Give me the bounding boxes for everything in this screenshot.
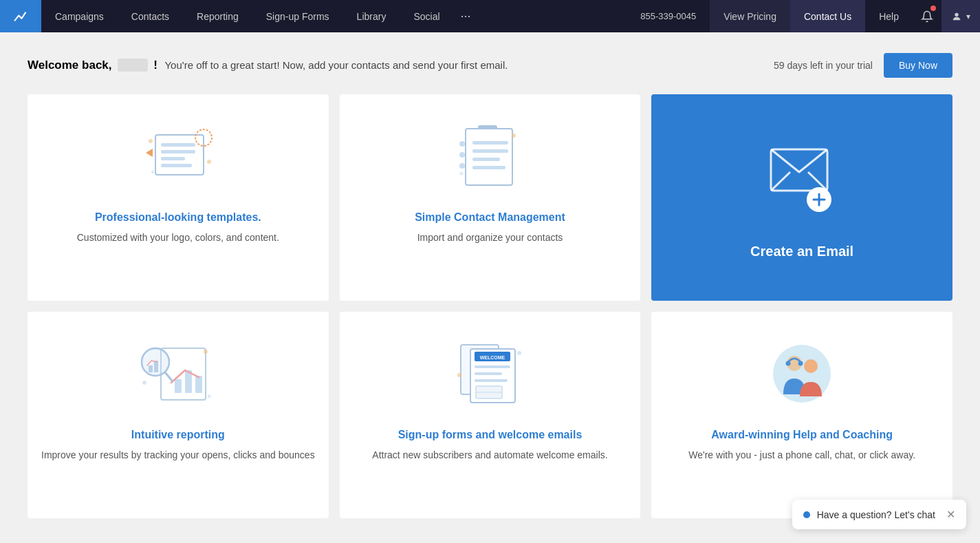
nav-view-pricing[interactable]: View Pricing [710, 0, 790, 32]
templates-card[interactable]: Professional-looking templates. Customiz… [28, 94, 329, 301]
help-card[interactable]: Award-winning Help and Coaching We're wi… [651, 312, 952, 518]
card-grid: Professional-looking templates. Customiz… [28, 94, 952, 518]
svg-rect-44 [475, 372, 502, 375]
contacts-icon [448, 115, 531, 198]
signup-forms-card-desc: Attract new subscribers and automate wel… [372, 448, 607, 462]
nav-signup-forms[interactable]: Sign-up Forms [252, 0, 343, 32]
help-icon [761, 332, 843, 415]
svg-point-54 [798, 361, 803, 366]
reporting-card-title: Intuitive reporting [131, 429, 225, 441]
create-email-icon [761, 136, 843, 219]
svg-point-8 [149, 139, 153, 143]
nav-library[interactable]: Library [343, 0, 400, 32]
svg-rect-43 [475, 365, 510, 368]
welcome-greeting: Welcome back, [28, 58, 112, 72]
reporting-card[interactable]: Intuitive reporting Improve your results… [28, 312, 329, 518]
templates-icon [137, 115, 219, 198]
welcome-exclaim: ! [153, 58, 157, 72]
help-card-desc: We're with you - just a phone call, chat… [688, 448, 915, 462]
svg-point-37 [204, 350, 208, 354]
app-logo[interactable] [0, 0, 41, 32]
chat-status-dot [803, 511, 810, 518]
chat-close-button[interactable]: ✕ [946, 508, 955, 521]
svg-point-52 [804, 359, 818, 373]
svg-point-48 [457, 373, 461, 377]
chat-widget-text: Have a question? Let's chat [817, 509, 935, 520]
contacts-card-desc: Import and organize your contacts [417, 231, 563, 245]
templates-card-desc: Customized with your logo, colors, and c… [77, 231, 279, 245]
svg-point-49 [517, 351, 521, 355]
svg-point-10 [151, 171, 154, 173]
create-email-card[interactable]: Create an Email [651, 94, 952, 301]
contacts-card-title: Simple Contact Management [415, 211, 565, 224]
chat-widget[interactable]: Have a question? Let's chat ✕ [792, 500, 966, 529]
svg-point-20 [512, 134, 516, 138]
contacts-card[interactable]: Simple Contact Management Import and org… [340, 94, 641, 301]
svg-rect-16 [472, 166, 505, 169]
signup-forms-icon: WELCOME [448, 332, 531, 415]
svg-rect-6 [161, 164, 192, 167]
svg-rect-29 [175, 379, 182, 393]
nav-user-menu[interactable]: ▾ [941, 0, 980, 32]
notification-badge [930, 6, 936, 11]
svg-rect-13 [472, 141, 508, 145]
nav-campaigns[interactable]: Campaigns [41, 0, 118, 32]
svg-point-21 [459, 172, 463, 175]
nav-notifications[interactable] [913, 0, 941, 32]
nav-contacts[interactable]: Contacts [118, 0, 183, 32]
svg-rect-5 [161, 157, 185, 160]
svg-rect-45 [475, 379, 508, 382]
svg-rect-12 [466, 129, 512, 185]
main-content: Welcome back, user ! You're off to a gre… [0, 32, 980, 543]
nav-user-arrow: ▾ [966, 12, 970, 21]
svg-rect-31 [195, 376, 202, 393]
nav-phone: 855-339-0045 [627, 11, 710, 21]
svg-rect-34 [149, 365, 153, 372]
help-card-title: Award-winning Help and Coaching [711, 429, 893, 441]
svg-point-17 [459, 141, 465, 147]
nav-right: 855-339-0045 View Pricing Contact Us Hel… [627, 0, 980, 32]
svg-rect-4 [161, 150, 195, 153]
templates-card-title: Professional-looking templates. [95, 211, 261, 224]
welcome-bar: Welcome back, user ! You're off to a gre… [28, 53, 952, 78]
svg-point-9 [207, 160, 211, 164]
svg-point-36 [142, 381, 146, 385]
welcome-message: Welcome back, user ! You're off to a gre… [28, 58, 508, 72]
signup-forms-card[interactable]: WELCOME Sign-up forms and welcome emails… [340, 312, 641, 518]
svg-point-53 [786, 361, 791, 366]
svg-text:WELCOME: WELCOME [480, 355, 505, 360]
svg-point-1 [955, 12, 958, 16]
svg-point-18 [459, 152, 465, 158]
reporting-icon [137, 332, 219, 415]
create-email-card-title: Create an Email [750, 244, 853, 259]
svg-rect-15 [472, 158, 500, 161]
svg-rect-3 [161, 143, 195, 147]
trial-text: 59 days left in your trial [774, 60, 873, 71]
nav-contact-us[interactable]: Contact Us [790, 0, 865, 32]
signup-forms-card-title: Sign-up forms and welcome emails [398, 429, 582, 441]
welcome-username: user [118, 58, 148, 72]
nav-reporting[interactable]: Reporting [183, 0, 252, 32]
navbar: Campaigns Contacts Reporting Sign-up For… [0, 0, 980, 32]
nav-help[interactable]: Help [865, 0, 913, 32]
svg-point-19 [459, 163, 465, 169]
trial-section: 59 days left in your trial Buy Now [774, 53, 952, 78]
nav-links: Campaigns Contacts Reporting Sign-up For… [41, 0, 627, 32]
welcome-sub-text: You're off to a great start! Now, add yo… [164, 59, 508, 71]
nav-social[interactable]: Social [400, 0, 453, 32]
svg-point-38 [207, 394, 210, 398]
svg-rect-35 [154, 361, 158, 372]
buy-now-button[interactable]: Buy Now [884, 53, 952, 78]
nav-more[interactable]: ··· [454, 0, 478, 32]
svg-rect-14 [472, 149, 508, 153]
reporting-card-desc: Improve your results by tracking your op… [41, 448, 315, 462]
